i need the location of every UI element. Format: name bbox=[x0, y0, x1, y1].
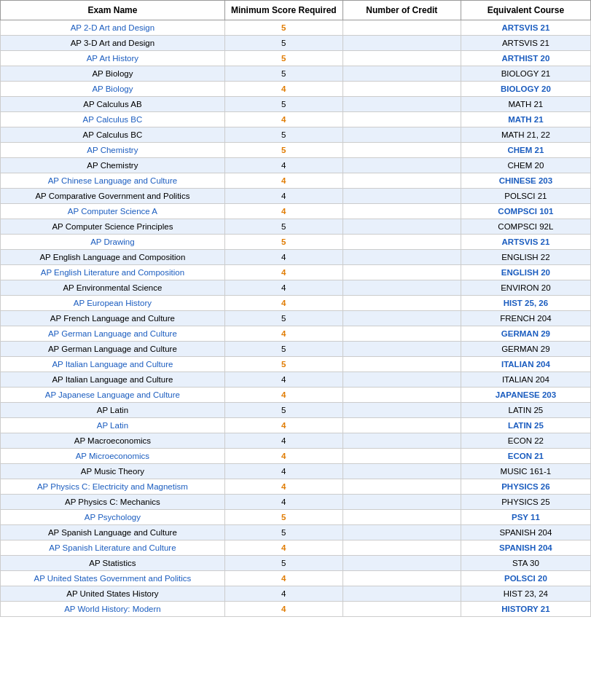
table-row: AP Calculus BC bbox=[1, 127, 225, 143]
num-credit-cell bbox=[343, 189, 461, 204]
min-score-cell: 5 bbox=[224, 311, 343, 326]
num-credit-cell bbox=[343, 388, 461, 403]
header-exam-name: Exam Name bbox=[1, 1, 225, 20]
num-credit-cell bbox=[343, 250, 461, 265]
equiv-course-cell: JAPANESE 203 bbox=[461, 388, 590, 403]
exam-link[interactable]: AP Computer Science A bbox=[68, 207, 157, 216]
table-row: AP French Language and Culture bbox=[1, 311, 225, 326]
min-score-cell: 4 bbox=[224, 372, 343, 388]
table-row: AP Italian Language and Culture bbox=[1, 357, 225, 372]
exam-link[interactable]: AP English Literature and Composition bbox=[41, 268, 184, 277]
exam-link[interactable]: AP German Language and Culture bbox=[48, 329, 177, 338]
equiv-course-cell: ARTSVIS 21 bbox=[461, 36, 590, 51]
table-row: AP Latin bbox=[1, 403, 225, 418]
table-row: AP 3-D Art and Design bbox=[1, 36, 225, 51]
table-row: AP Calculus BC bbox=[1, 112, 225, 127]
equiv-course-cell: CHINESE 203 bbox=[461, 173, 590, 189]
table-row: AP Computer Science Principles bbox=[1, 219, 225, 235]
table-row: AP Environmental Science bbox=[1, 280, 225, 296]
header-num-credit: Number of Credit bbox=[343, 1, 461, 20]
exam-link[interactable]: AP Spanish Literature and Culture bbox=[49, 543, 176, 552]
num-credit-cell bbox=[343, 342, 461, 357]
exam-link[interactable]: AP World History: Modern bbox=[64, 605, 161, 613]
num-credit-cell bbox=[343, 36, 461, 51]
equiv-course-cell: MATH 21, 22 bbox=[461, 127, 590, 143]
min-score-cell: 4 bbox=[224, 296, 343, 311]
num-credit-cell bbox=[343, 265, 461, 280]
min-score-cell: 4 bbox=[224, 189, 343, 204]
exam-link[interactable]: AP Latin bbox=[97, 421, 128, 430]
num-credit-cell bbox=[343, 464, 461, 479]
num-credit-cell bbox=[343, 235, 461, 250]
exam-link[interactable]: AP Art History bbox=[87, 54, 138, 63]
equiv-course-cell: PHYSICS 25 bbox=[461, 495, 590, 510]
exam-link[interactable]: AP Italian Language and Culture bbox=[52, 360, 173, 369]
min-score-cell: 4 bbox=[224, 433, 343, 449]
min-score-cell: 4 bbox=[224, 158, 343, 173]
table-row: AP Japanese Language and Culture bbox=[1, 388, 225, 403]
num-credit-cell bbox=[343, 51, 461, 66]
table-row: AP Latin bbox=[1, 418, 225, 433]
exam-link[interactable]: AP 2-D Art and Design bbox=[71, 23, 155, 32]
table-row: AP Chemistry bbox=[1, 143, 225, 158]
table-row: AP 2-D Art and Design bbox=[1, 20, 225, 36]
table-row: AP Statistics bbox=[1, 556, 225, 571]
exam-link[interactable]: AP Japanese Language and Culture bbox=[45, 390, 180, 399]
equiv-course-cell: BIOLOGY 21 bbox=[461, 66, 590, 82]
exam-link[interactable]: AP Psychology bbox=[85, 513, 141, 522]
min-score-cell: 4 bbox=[224, 280, 343, 296]
num-credit-cell bbox=[343, 20, 461, 36]
min-score-cell: 4 bbox=[224, 540, 343, 556]
exam-link[interactable]: AP United States Government and Politics bbox=[34, 574, 191, 583]
equiv-course-cell: ITALIAN 204 bbox=[461, 372, 590, 388]
exam-link[interactable]: AP Calculus BC bbox=[83, 115, 143, 124]
exam-link[interactable]: AP Physics C: Electricity and Magnetism bbox=[37, 482, 188, 491]
min-score-cell: 4 bbox=[224, 265, 343, 280]
min-score-cell: 5 bbox=[224, 143, 343, 158]
table-row: AP Psychology bbox=[1, 510, 225, 525]
equiv-course-cell: ECON 21 bbox=[461, 449, 590, 464]
table-row: AP Drawing bbox=[1, 235, 225, 250]
table-row: AP Music Theory bbox=[1, 464, 225, 479]
exam-link[interactable]: AP Chemistry bbox=[87, 146, 138, 154]
equiv-course-cell: STA 30 bbox=[461, 556, 590, 571]
num-credit-cell bbox=[343, 311, 461, 326]
min-score-cell: 5 bbox=[224, 127, 343, 143]
table-row: AP Comparative Government and Politics bbox=[1, 189, 225, 204]
exam-link[interactable]: AP Microeconomics bbox=[76, 452, 149, 460]
table-row: AP Physics C: Electricity and Magnetism bbox=[1, 479, 225, 495]
num-credit-cell bbox=[343, 540, 461, 556]
table-row: AP German Language and Culture bbox=[1, 326, 225, 342]
table-row: AP Italian Language and Culture bbox=[1, 372, 225, 388]
table-row: AP Spanish Literature and Culture bbox=[1, 540, 225, 556]
equiv-course-cell: ENGLISH 20 bbox=[461, 265, 590, 280]
exam-link[interactable]: AP European History bbox=[74, 299, 152, 307]
num-credit-cell bbox=[343, 510, 461, 525]
num-credit-cell bbox=[343, 97, 461, 112]
equiv-course-cell: CHEM 21 bbox=[461, 143, 590, 158]
exam-link[interactable]: AP Chinese Language and Culture bbox=[48, 176, 178, 185]
min-score-cell: 5 bbox=[224, 235, 343, 250]
min-score-cell: 4 bbox=[224, 82, 343, 97]
num-credit-cell bbox=[343, 479, 461, 495]
table-row: AP Biology bbox=[1, 82, 225, 97]
equiv-course-cell: SPANISH 204 bbox=[461, 525, 590, 540]
num-credit-cell bbox=[343, 602, 461, 617]
equiv-course-cell: ENGLISH 22 bbox=[461, 250, 590, 265]
equiv-course-cell: ARTSVIS 21 bbox=[461, 20, 590, 36]
min-score-cell: 5 bbox=[224, 219, 343, 235]
equiv-course-cell: MUSIC 161-1 bbox=[461, 464, 590, 479]
table-row: AP Biology bbox=[1, 66, 225, 82]
equiv-course-cell: PSY 11 bbox=[461, 510, 590, 525]
equiv-course-cell: COMPSCI 101 bbox=[461, 204, 590, 219]
exam-link[interactable]: AP Drawing bbox=[90, 237, 135, 246]
num-credit-cell bbox=[343, 127, 461, 143]
table-row: AP Microeconomics bbox=[1, 449, 225, 464]
equiv-course-cell: ECON 22 bbox=[461, 433, 590, 449]
equiv-course-cell: ARTHIST 20 bbox=[461, 51, 590, 66]
min-score-cell: 4 bbox=[224, 571, 343, 586]
min-score-cell: 5 bbox=[224, 510, 343, 525]
table-row: AP Physics C: Mechanics bbox=[1, 495, 225, 510]
exam-link[interactable]: AP Biology bbox=[92, 84, 133, 93]
equiv-course-cell: SPANISH 204 bbox=[461, 540, 590, 556]
